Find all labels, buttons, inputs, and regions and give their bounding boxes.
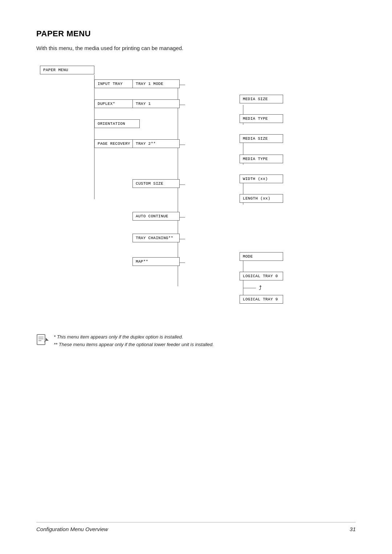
- tree-diagram: PAPER MENU INPUT TRAY DUPLEX* ORIENTATIO…: [36, 61, 319, 323]
- page: PAPER MENU With this menu, the media use…: [0, 0, 392, 554]
- tray1-mode-box: TRAY 1 MODE: [132, 79, 180, 88]
- length-box: LENGTH (xx): [240, 194, 283, 203]
- tray1-media-size-box: MEDIA SIZE: [240, 95, 283, 103]
- intro-text: With this menu, the media used for print…: [36, 45, 356, 51]
- note1-text: * This menu item appears only if the dup…: [54, 334, 183, 340]
- svg-rect-29: [37, 335, 45, 345]
- page-title: PAPER MENU: [36, 29, 356, 38]
- note2-text: ** These menu items appear only if the o…: [54, 342, 214, 347]
- auto-continue-box: AUTO CONTINUE: [132, 212, 180, 221]
- mode-box: MODE: [240, 252, 283, 261]
- ellipsis: ⤴: [259, 285, 262, 292]
- map-box: MAP**: [132, 257, 180, 266]
- logical-tray-0-box: LOGICAL TRAY 0: [240, 272, 283, 280]
- page-footer: Configuration Menu Overview 31: [36, 522, 356, 532]
- tray1-box: TRAY 1: [132, 99, 180, 108]
- tray-chaining-box: TRAY CHAINING**: [132, 234, 180, 242]
- tray2-box: TRAY 2**: [132, 139, 180, 148]
- root-box: PAPER MENU: [40, 66, 94, 74]
- footnote-area: * This menu item appears only if the dup…: [36, 333, 356, 349]
- custom-size-box: CUSTOM SIZE: [132, 179, 180, 188]
- footer-page-number: 31: [350, 526, 356, 532]
- note-icon: [36, 334, 49, 349]
- tray2-media-size-box: MEDIA SIZE: [240, 134, 283, 143]
- logical-tray-9-box: LOGICAL TRAY 9: [240, 295, 283, 304]
- note-svg-icon: [36, 334, 49, 346]
- tray2-media-type-box: MEDIA TYPE: [240, 155, 283, 163]
- footnote-text: * This menu item appears only if the dup…: [54, 333, 214, 349]
- footer-title: Configuration Menu Overview: [36, 526, 108, 532]
- orientation-box: ORIENTATION: [94, 119, 140, 128]
- tray1-media-type-box: MEDIA TYPE: [240, 114, 283, 123]
- width-box: WIDTH (xx): [240, 175, 283, 183]
